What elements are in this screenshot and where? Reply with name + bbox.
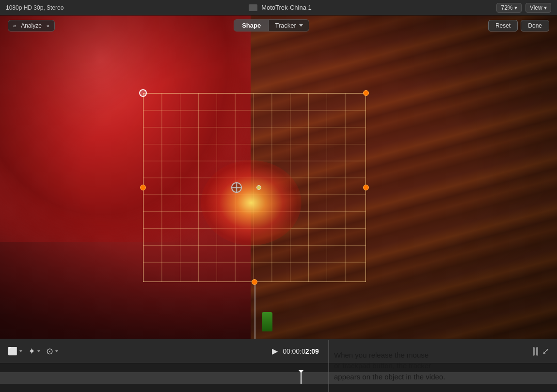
target-icon: ⊙	[46, 346, 53, 357]
handle-middle-right[interactable]	[363, 185, 369, 190]
rewind-button[interactable]: «	[11, 22, 18, 30]
tracker-glow	[201, 160, 302, 245]
target-chevron-icon	[55, 350, 58, 352]
tracker-chevron-icon	[299, 24, 303, 27]
bottom-left-tools: ⬜ ✦ ⊙	[8, 346, 58, 357]
action-buttons: Reset Done	[488, 20, 549, 31]
center-crosshair[interactable]	[231, 182, 242, 193]
green-object	[262, 312, 272, 331]
video-area: « Analyze » Shape Tracker Reset Done	[0, 16, 557, 339]
timecode-display: 00:00:02:09	[283, 347, 319, 355]
analyze-group: « Analyze »	[8, 20, 55, 31]
top-bar: 1080p HD 30p, Stereo MotoTrek-China 1 72…	[0, 0, 557, 16]
handle-top-left-white[interactable]	[139, 89, 147, 97]
video-controls-top: « Analyze » Shape Tracker Reset Done	[0, 19, 557, 31]
magic-icon: ✦	[28, 346, 35, 357]
view-button[interactable]: View ▾	[525, 3, 551, 13]
callout-text: When you release the mouse or trackpad b…	[334, 350, 547, 383]
analyze-label: Analyze	[19, 22, 44, 29]
magic-chevron-icon	[37, 350, 40, 352]
tracker-callout-line	[255, 282, 255, 339]
timeline-playhead[interactable]	[301, 372, 302, 384]
crop-icon: ⬜	[8, 346, 17, 356]
magic-tool-group[interactable]: ✦	[28, 346, 40, 357]
crop-tool-group[interactable]: ⬜	[8, 346, 22, 356]
handle-middle-left[interactable]	[140, 185, 146, 190]
playback-center: ▶ 00:00:02:09	[272, 346, 319, 356]
timecode-prefix: 00:00:0	[283, 347, 305, 355]
title-area: MotoTrek-China 1	[249, 4, 312, 11]
handle-bottom-center[interactable]	[252, 279, 257, 285]
callout-divider	[328, 340, 329, 392]
forward-button[interactable]: »	[45, 22, 51, 30]
reset-button[interactable]: Reset	[488, 20, 518, 31]
crop-chevron-icon	[19, 350, 22, 352]
play-button[interactable]: ▶	[272, 346, 278, 356]
target-tool-group[interactable]: ⊙	[46, 346, 58, 357]
tracker-overlay[interactable]	[143, 93, 366, 282]
zoom-button[interactable]: 72% ▾	[496, 3, 521, 13]
crosshair-circle	[231, 182, 242, 193]
top-bar-right: 72% ▾ View ▾	[496, 3, 551, 13]
tracker-button[interactable]: Tracker	[269, 20, 309, 31]
shape-tracker-group: Shape Tracker	[234, 19, 309, 31]
handle-center-right[interactable]	[256, 185, 261, 190]
shape-button[interactable]: Shape	[234, 20, 269, 31]
film-icon	[249, 4, 257, 11]
handle-top-right[interactable]	[363, 90, 369, 96]
callout: When you release the mouse or trackpad b…	[319, 340, 557, 392]
timecode-main: 2:09	[305, 347, 319, 355]
format-label: 1080p HD 30p, Stereo	[6, 4, 64, 11]
project-title: MotoTrek-China 1	[261, 4, 312, 11]
done-button[interactable]: Done	[521, 20, 549, 31]
